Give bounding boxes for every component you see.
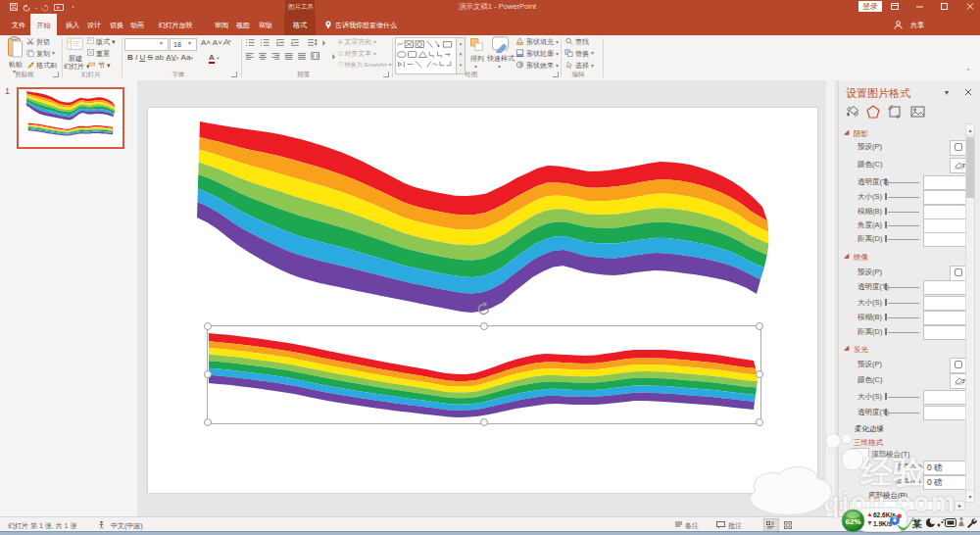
svg-text:62%: 62% — [845, 517, 860, 526]
